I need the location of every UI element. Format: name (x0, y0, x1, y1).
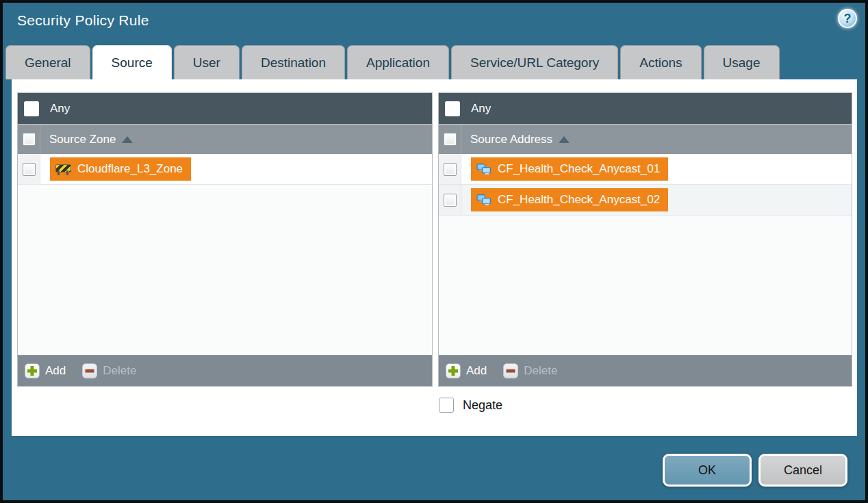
sort-ascending-icon (122, 136, 133, 143)
any-checkbox-source-zone[interactable] (24, 101, 39, 116)
tab-source[interactable]: Source (92, 45, 172, 79)
tab-destination[interactable]: Destination (242, 45, 345, 79)
address-icon (476, 162, 492, 177)
plus-icon (25, 363, 40, 378)
source-zone-rows: Cloudflare_L3_Zone (18, 154, 432, 355)
negate-checkbox[interactable] (439, 398, 454, 413)
table-row[interactable]: Cloudflare_L3_Zone (18, 154, 432, 185)
minus-icon (82, 363, 97, 378)
address-object-label: CF_Health_Check_Anycast_02 (498, 193, 660, 207)
address-icon (476, 193, 492, 207)
tab-label: Source (112, 55, 153, 70)
negate-control: Negate (439, 398, 502, 413)
plus-icon (446, 363, 461, 378)
tab-label: General (25, 55, 71, 70)
delete-button[interactable]: Delete (82, 363, 136, 378)
source-address-column-header[interactable]: Source Address (439, 124, 852, 154)
address-object-chip[interactable]: CF_Health_Check_Anycast_01 (471, 157, 668, 181)
minus-icon (503, 363, 518, 378)
zone-object-label: Cloudflare_L3_Zone (77, 162, 183, 176)
any-checkbox-source-address[interactable] (445, 101, 460, 116)
tab-label: Service/URL Category (470, 55, 599, 70)
negate-label: Negate (463, 398, 502, 413)
select-all-cell (18, 125, 40, 154)
source-address-panel: Any Source Address (438, 92, 852, 387)
sort-ascending-icon (559, 136, 570, 143)
row-checkbox[interactable] (444, 163, 457, 176)
tab-service-url-category[interactable]: Service/URL Category (451, 45, 618, 79)
any-label: Any (50, 102, 70, 116)
source-address-toolbar: Add Delete (439, 355, 852, 386)
add-button[interactable]: Add (25, 363, 66, 378)
address-object-chip[interactable]: CF_Health_Check_Anycast_02 (471, 188, 668, 211)
source-tab-content: Any Source Zone (12, 79, 857, 436)
source-zone-column-header[interactable]: Source Zone (18, 124, 432, 154)
add-button[interactable]: Add (446, 363, 487, 378)
add-label: Add (466, 364, 487, 378)
row-checkbox-cell (439, 185, 461, 215)
tab-actions[interactable]: Actions (620, 45, 701, 79)
tab-application[interactable]: Application (347, 45, 449, 79)
tab-label: User (193, 55, 220, 70)
security-policy-rule-dialog: Security Policy Rule ? General Source Us… (0, 0, 868, 503)
tab-label: Actions (639, 55, 682, 70)
source-address-rows: CF_Health_Check_Anycast_01 (439, 154, 852, 355)
select-all-checkbox-source-zone[interactable] (23, 133, 36, 146)
ok-button[interactable]: OK (663, 454, 752, 487)
tab-label: Usage (723, 55, 761, 70)
address-object-label: CF_Health_Check_Anycast_01 (498, 162, 660, 176)
tab-usage[interactable]: Usage (704, 45, 780, 79)
row-checkbox-cell (439, 154, 461, 184)
dialog-action-bar: OK Cancel (663, 454, 847, 487)
table-row[interactable]: CF_Health_Check_Anycast_02 (439, 185, 852, 216)
source-zone-any-header: Any (18, 93, 432, 124)
delete-label: Delete (524, 364, 557, 378)
dialog-background: Security Policy Rule ? General Source Us… (3, 3, 865, 500)
source-zone-panel: Any Source Zone (17, 92, 433, 387)
cancel-button[interactable]: Cancel (758, 454, 847, 487)
row-checkbox[interactable] (444, 194, 457, 207)
help-icon[interactable]: ? (838, 9, 857, 28)
select-all-checkbox-source-address[interactable] (444, 133, 457, 146)
source-address-any-header: Any (439, 93, 852, 124)
delete-label: Delete (103, 364, 136, 378)
any-label: Any (471, 102, 491, 116)
tab-label: Destination (261, 55, 326, 70)
page-title: Security Policy Rule (17, 12, 149, 29)
tab-label: Application (366, 55, 430, 70)
table-row[interactable]: CF_Health_Check_Anycast_01 (439, 154, 852, 185)
add-label: Add (45, 364, 66, 378)
column-header-label: Source Zone (49, 133, 116, 146)
select-all-cell (439, 125, 461, 154)
delete-button[interactable]: Delete (503, 363, 557, 378)
column-header-label: Source Address (470, 133, 552, 146)
row-checkbox[interactable] (23, 163, 36, 176)
tab-user[interactable]: User (174, 45, 240, 79)
zone-icon (55, 164, 71, 175)
row-checkbox-cell (18, 154, 40, 184)
tab-general[interactable]: General (5, 45, 90, 79)
tab-bar: General Source User Destination Applicat… (5, 45, 780, 79)
zone-object-chip[interactable]: Cloudflare_L3_Zone (50, 157, 191, 181)
source-zone-toolbar: Add Delete (18, 355, 432, 386)
